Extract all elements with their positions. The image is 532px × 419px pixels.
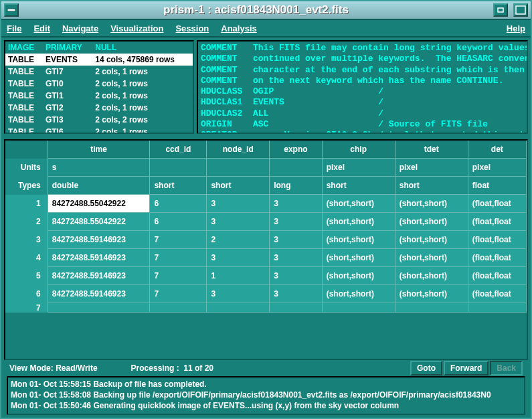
cell[interactable]: (short,short) [322, 213, 395, 231]
cell[interactable]: 3 [207, 285, 270, 303]
table-row[interactable]: 484272488.59146923733(short,short)(short… [5, 249, 527, 267]
col-header-det[interactable]: det [468, 141, 526, 159]
menu-visualization[interactable]: Visualization [110, 23, 163, 33]
cell[interactable]: 3 [270, 285, 323, 303]
menu-edit[interactable]: Edit [33, 23, 50, 33]
extension-row[interactable]: TABLEEVENTS14 cols, 475869 rows [5, 54, 193, 66]
cell[interactable]: 84272488.55042922 [48, 213, 150, 231]
cell[interactable]: 7 [150, 285, 207, 303]
cell[interactable]: 3 [270, 213, 323, 231]
cell[interactable]: (float,float [468, 231, 526, 249]
cell[interactable]: 6 [150, 213, 207, 231]
back-button: Back [490, 361, 523, 375]
cell[interactable]: 3 [207, 249, 270, 267]
extension-list[interactable]: IMAGEPRIMARYNULL TABLEEVENTS14 cols, 475… [5, 41, 193, 134]
maximize-button[interactable] [513, 3, 528, 17]
data-panel[interactable]: time ccd_id node_id expno chip tdet det … [4, 139, 528, 360]
cell[interactable]: 6 [150, 195, 207, 213]
status-bar: View Mode: Read/Write Processing : 11 of… [4, 360, 528, 376]
table-row[interactable]: 284272488.55042922633(short,short)(short… [5, 213, 527, 231]
menu-navigate[interactable]: Navigate [62, 23, 98, 33]
window-menu-button[interactable] [4, 3, 19, 17]
log-line: Mon 01- Oct 15:58:08 Backing up file /ex… [11, 390, 521, 400]
table-row[interactable]: 684272488.59146923733(short,short)(short… [5, 285, 527, 303]
cell[interactable]: 84272488.55042922 [48, 195, 150, 213]
cell[interactable]: (float,float [468, 249, 526, 267]
cell[interactable]: 84272488.59146923 [48, 249, 150, 267]
col-header-chip[interactable]: chip [322, 141, 395, 159]
svg-rect-0 [7, 9, 15, 11]
col-header-tdet[interactable]: tdet [395, 141, 468, 159]
cell[interactable]: 7 [150, 267, 207, 285]
log-panel[interactable]: Mon 01- Oct 15:58:15 Backup of file has … [7, 376, 525, 415]
window-title: prism-1 : acisf01843N001_evt2.fits [21, 3, 491, 17]
menu-session[interactable]: Session [175, 23, 209, 33]
cell[interactable]: (short,short) [395, 213, 468, 231]
cell[interactable]: 3 [270, 195, 323, 213]
window: prism-1 : acisf01843N001_evt2.fits File … [0, 0, 532, 419]
goto-button[interactable]: Goto [410, 361, 442, 375]
extension-row[interactable]: TABLEGTI02 cols, 1 rows [5, 78, 193, 90]
data-table[interactable]: time ccd_id node_id expno chip tdet det … [5, 141, 527, 313]
cell[interactable]: 2 [207, 231, 270, 249]
col-header-ccd[interactable]: ccd_id [150, 141, 207, 159]
cell[interactable]: (short,short) [322, 267, 395, 285]
cell[interactable]: 3 [207, 213, 270, 231]
menu-file[interactable]: File [7, 23, 21, 33]
column-header-row: time ccd_id node_id expno chip tdet det [5, 141, 527, 159]
cell[interactable]: (short,short) [322, 231, 395, 249]
table-row[interactable]: 584272488.59146923713(short,short)(short… [5, 267, 527, 285]
cell[interactable]: (short,short) [395, 267, 468, 285]
cell[interactable]: 1 [207, 267, 270, 285]
cell[interactable]: (short,short) [322, 285, 395, 303]
forward-button[interactable]: Forward [444, 361, 489, 375]
cell[interactable]: 3 [207, 195, 270, 213]
log-line: Mon 01- Oct 15:50:46 Generating quickloo… [11, 400, 521, 411]
log-line: Mon 01- Oct 15:58:15 Backup of file has … [11, 379, 521, 390]
cell[interactable]: (short,short) [395, 195, 468, 213]
view-mode-value: Read/Write [56, 363, 97, 373]
table-row[interactable]: 384272488.59146923723(short,short)(short… [5, 231, 527, 249]
table-row[interactable]: 7 [5, 303, 527, 313]
cell[interactable]: 7 [150, 231, 207, 249]
cell[interactable]: 84272488.59146923 [48, 285, 150, 303]
extension-row[interactable]: TABLEGTI32 cols, 2 rows [5, 114, 193, 126]
svg-rect-1 [498, 8, 503, 12]
col-header-exp[interactable]: expno [270, 141, 323, 159]
extension-row[interactable]: TABLEGTI72 cols, 1 rows [5, 66, 193, 78]
extension-row[interactable]: TABLEGTI62 cols, 1 rows [5, 126, 193, 134]
meta-row-types: Typesdoubleshortshortlongshortshortfloat [5, 177, 527, 195]
menu-help[interactable]: Help [507, 23, 525, 33]
cell[interactable]: (short,short) [395, 231, 468, 249]
svg-rect-2 [516, 6, 525, 14]
cell[interactable]: (short,short) [395, 285, 468, 303]
menubar: File Edit Navigate Visualization Session… [1, 20, 531, 37]
titlebar[interactable]: prism-1 : acisf01843N001_evt2.fits [1, 1, 531, 20]
cell[interactable]: 3 [270, 231, 323, 249]
minimize-button[interactable] [493, 3, 508, 17]
cell[interactable]: 84272488.59146923 [48, 231, 150, 249]
col-header-node[interactable]: node_id [207, 141, 270, 159]
extension-list-panel: IMAGEPRIMARYNULL TABLEEVENTS14 cols, 475… [4, 40, 194, 134]
cell[interactable]: (float,float [468, 267, 526, 285]
cell[interactable]: (short,short) [322, 249, 395, 267]
cell[interactable]: 3 [270, 249, 323, 267]
cell[interactable]: 84272488.59146923 [48, 267, 150, 285]
extension-header-row: IMAGEPRIMARYNULL [5, 41, 193, 54]
cell[interactable]: (short,short) [322, 195, 395, 213]
cell[interactable]: (float,float [468, 195, 526, 213]
extension-row[interactable]: TABLEGTI22 cols, 1 rows [5, 102, 193, 114]
col-header-time[interactable]: time [48, 141, 150, 159]
cell[interactable]: (float,float [468, 213, 526, 231]
cell[interactable]: (short,short) [395, 249, 468, 267]
extension-row[interactable]: TABLEGTI12 cols, 1 rows [5, 90, 193, 102]
cell[interactable]: 3 [270, 267, 323, 285]
table-row[interactable]: 184272488.55042922633(short,short)(short… [5, 195, 527, 213]
cell[interactable]: (float,float [468, 285, 526, 303]
cell[interactable]: 7 [150, 249, 207, 267]
menu-analysis[interactable]: Analysis [221, 23, 256, 33]
view-mode-label: View Mode: [9, 363, 54, 373]
header-text[interactable]: COMMENT This FITS file may contain long … [198, 41, 527, 134]
processing-label: Processing : [131, 363, 179, 373]
processing-value: 11 of 20 [183, 363, 213, 373]
